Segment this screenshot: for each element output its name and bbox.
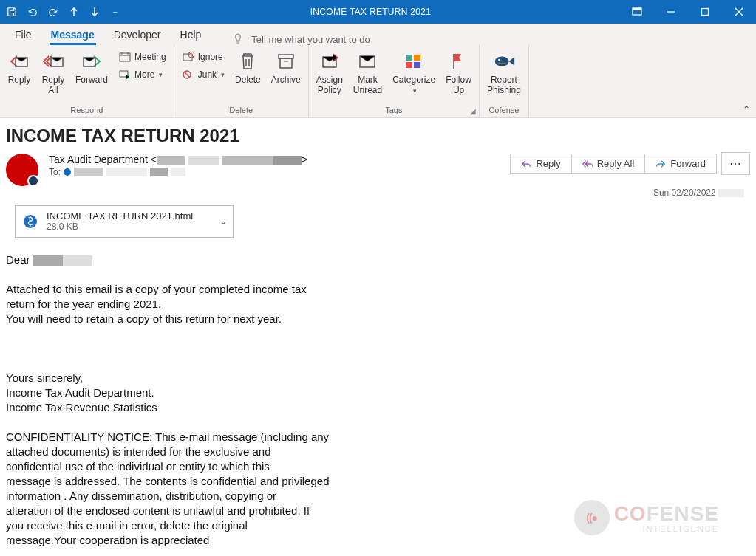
from-name: Tax Audit Department	[49, 154, 148, 165]
archive-button[interactable]: Archive	[268, 48, 304, 86]
quick-access-toolbar: −	[0, 6, 121, 18]
svg-rect-18	[414, 62, 420, 68]
svg-point-20	[498, 59, 500, 61]
reply-icon	[7, 49, 31, 73]
group-respond-label: Respond	[70, 106, 103, 116]
delete-label: Delete	[235, 75, 261, 85]
delete-icon	[236, 49, 259, 73]
attachment[interactable]: INCOME TAX RETURN 2021.html 28.0 KB ⌄	[15, 205, 234, 238]
chevron-down-icon: ▾	[221, 71, 225, 78]
tab-message[interactable]: Message	[50, 26, 96, 45]
ignore-icon	[182, 50, 195, 64]
svg-rect-1	[633, 8, 641, 10]
more-icon	[118, 68, 132, 81]
action-forward-label: Forward	[670, 158, 706, 169]
tell-me[interactable]: Tell me what you want to do	[232, 33, 370, 45]
categorize-icon	[402, 49, 426, 73]
arrow-down-icon[interactable]	[89, 6, 101, 18]
to-label: To:	[49, 167, 61, 177]
minimize-button[interactable]	[654, 0, 688, 24]
reply-all-label: Reply All	[42, 75, 65, 95]
forward-label: Forward	[75, 75, 108, 85]
follow-up-label: Follow Up	[446, 75, 471, 95]
delete-button[interactable]: Delete	[232, 48, 264, 86]
junk-icon	[182, 68, 195, 81]
svg-rect-12	[280, 58, 292, 68]
undo-icon[interactable]	[27, 6, 38, 18]
svg-rect-2	[702, 9, 709, 16]
reply-icon	[521, 159, 531, 169]
recipient-chip-icon	[64, 168, 71, 176]
svg-rect-15	[406, 55, 412, 61]
message-subject: INCOME TAX RETURN 2021	[6, 126, 750, 152]
attachment-info: INCOME TAX RETURN 2021.html 28.0 KB	[47, 210, 212, 233]
archive-label: Archive	[271, 75, 301, 85]
tell-me-text: Tell me what you want to do	[251, 34, 370, 45]
action-forward-button[interactable]: Forward	[644, 154, 717, 174]
group-cofense-label: Cofense	[488, 106, 519, 116]
report-phishing-button[interactable]: Report Phishing	[484, 48, 524, 97]
reply-all-icon	[41, 49, 65, 73]
ribbon-display-icon[interactable]	[620, 0, 654, 24]
follow-up-button[interactable]: Follow Up	[443, 48, 474, 97]
redacted-time	[718, 189, 744, 197]
redo-icon[interactable]	[47, 6, 59, 18]
ribbon-tabs: File Message Developer Help Tell me what…	[0, 24, 756, 45]
attachment-chevron-icon[interactable]: ⌄	[219, 216, 227, 227]
qat-customize-icon[interactable]: −	[109, 6, 121, 18]
group-tags: Assign Policy Mark Unread Categorize▾ Fo…	[309, 45, 480, 117]
forward-icon	[655, 159, 666, 169]
tab-help[interactable]: Help	[179, 26, 203, 45]
reply-all-button[interactable]: Reply All	[38, 48, 68, 97]
collapse-ribbon-icon[interactable]: ⌃	[743, 104, 750, 114]
group-delete: Ignore Junk▾ Delete Archive Delete	[174, 45, 309, 117]
group-tags-label: Tags	[385, 106, 402, 116]
titlebar: − INCOME TAX RETURN 2021	[0, 0, 756, 24]
junk-label: Junk	[198, 69, 217, 80]
group-cofense: Report Phishing Cofense	[480, 45, 529, 117]
ribbon: Reply Reply All Forward Meeting More▾	[0, 45, 756, 118]
archive-icon	[274, 49, 298, 73]
attachment-name: INCOME TAX RETURN 2021.html	[47, 210, 212, 222]
tags-dialog-launcher-icon[interactable]: ◢	[470, 107, 476, 115]
action-reply-all-button[interactable]: Reply All	[571, 154, 646, 174]
save-icon[interactable]	[6, 6, 18, 18]
close-button[interactable]	[722, 0, 756, 24]
reply-all-icon	[582, 159, 593, 169]
arrow-up-icon[interactable]	[68, 6, 80, 18]
ignore-button[interactable]: Ignore	[179, 49, 228, 64]
report-phishing-icon	[492, 49, 516, 73]
window-title: INCOME TAX RETURN 2021	[121, 7, 620, 17]
more-button[interactable]: More▾	[115, 67, 169, 82]
categorize-button[interactable]: Categorize▾	[389, 48, 438, 97]
action-reply-label: Reply	[536, 158, 560, 169]
lightbulb-icon	[232, 33, 244, 45]
svg-rect-16	[414, 55, 420, 61]
assign-policy-button[interactable]: Assign Policy	[313, 48, 346, 97]
meeting-button[interactable]: Meeting	[115, 49, 169, 64]
assign-policy-icon	[318, 49, 341, 73]
reply-label: Reply	[8, 75, 31, 85]
action-reply-all-label: Reply All	[597, 158, 635, 169]
window-controls	[620, 0, 756, 24]
chevron-down-icon: ▾	[159, 71, 163, 78]
group-delete-label: Delete	[229, 106, 253, 116]
maximize-button[interactable]	[688, 0, 722, 24]
junk-button[interactable]: Junk▾	[179, 67, 228, 82]
action-more-button[interactable]: ⋯	[721, 152, 750, 175]
forward-icon	[80, 49, 103, 73]
forward-button[interactable]: Forward	[72, 48, 111, 86]
attachment-size: 28.0 KB	[47, 222, 212, 233]
sender-avatar	[6, 154, 38, 186]
tab-developer[interactable]: Developer	[112, 26, 163, 45]
meeting-label: Meeting	[134, 52, 166, 62]
to-line: To:	[49, 167, 511, 177]
mark-unread-button[interactable]: Mark Unread	[350, 48, 385, 97]
tab-file[interactable]: File	[13, 26, 33, 45]
action-reply-button[interactable]: Reply	[510, 154, 571, 174]
svg-rect-17	[406, 62, 412, 68]
report-phishing-label: Report Phishing	[487, 75, 521, 95]
svg-rect-6	[120, 53, 130, 61]
message-header: INCOME TAX RETURN 2021 Tax Audit Departm…	[0, 118, 756, 253]
reply-button[interactable]: Reply	[4, 48, 34, 86]
